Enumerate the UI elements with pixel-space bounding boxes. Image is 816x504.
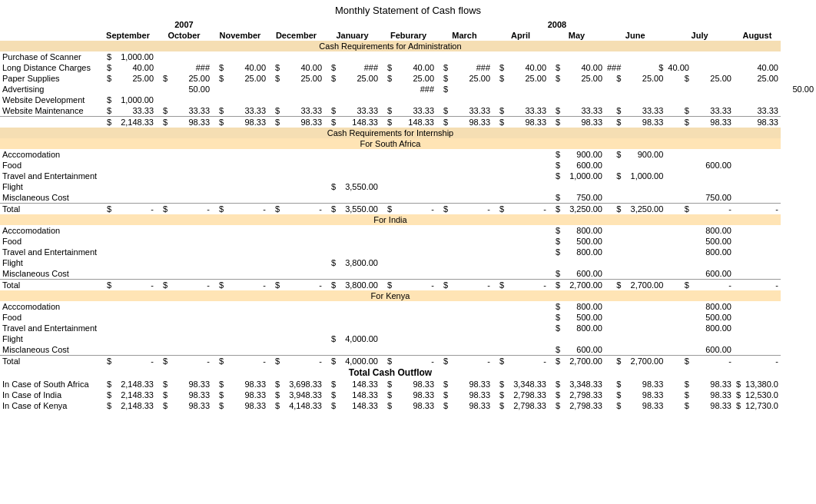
year-2008-header: 2008	[380, 19, 734, 30]
sa-flight-label: Flight	[0, 181, 100, 192]
kenya-header: For Kenya	[0, 290, 816, 301]
month-jul: July	[665, 30, 734, 41]
table-row: Flight $ 3,550.00	[0, 181, 816, 192]
advertising-label: Advertising	[0, 84, 100, 94]
table-row: Acccomodation $ 900.00 $ 900.00	[0, 149, 816, 160]
month-jun: June	[605, 30, 665, 41]
table-row: Food $ 500.00 500.00	[0, 312, 816, 323]
table-row: Flight $ 4,000.00	[0, 333, 816, 344]
incase-india-label: In Case of India	[0, 390, 100, 400]
paper-supplies-label: Paper Supplies	[0, 73, 100, 84]
incase-sa-label: In Case of South Africa	[0, 379, 100, 390]
table-row: Acccomodation $ 800.00 800.00	[0, 301, 816, 312]
table-row: Advertising 50.00 ### $ 50.00	[0, 84, 816, 94]
kenya-misc-label: Misclaneous Cost	[0, 344, 100, 356]
table-row: Flight $ 3,800.00	[0, 257, 816, 268]
kenya-accomodation-label: Acccomodation	[0, 301, 100, 312]
table-row: Acccomodation $ 800.00 800.00	[0, 225, 816, 236]
india-flight-label: Flight	[0, 257, 100, 268]
year-2007-header: 2007	[100, 19, 268, 30]
sa-misc-label: Misclaneous Cost	[0, 192, 100, 204]
month-sep: September	[100, 30, 156, 41]
table-row: Travel and Entertainment $ 1,000.00 $ 1,…	[0, 171, 816, 181]
total-outflow-header: Total Cash Outflow	[0, 366, 816, 379]
table-row: Misclaneous Cost $ 600.00 600.00	[0, 344, 816, 356]
website-dev-label: Website Development	[0, 94, 100, 105]
month-feb: Feburary	[380, 30, 436, 41]
table-row: Misclaneous Cost $ 600.00 600.00	[0, 268, 816, 280]
incase-kenya-label: In Case of Kenya	[0, 400, 100, 411]
india-header: For India	[0, 214, 816, 225]
month-aug: August	[734, 30, 781, 41]
website-maint-label: Website Maintenance	[0, 105, 100, 117]
table-row: Travel and Entertainment $ 800.00 800.00	[0, 247, 816, 257]
long-distance-label: Long Distance Charges	[0, 62, 100, 73]
sa-total-row: Total $ - $ - $ - $ - $ 3,550.00 $ - $ -…	[0, 204, 816, 215]
india-accomodation-label: Acccomodation	[0, 225, 100, 236]
month-apr: April	[493, 30, 549, 41]
table-row: Website Development $ 1,000.00	[0, 94, 816, 105]
outflow-india-row: In Case of India $ 2,148.33 $ 98.33 $ 98…	[0, 390, 816, 400]
india-total-row: Total $ - $ - $ - $ - $ 3,800.00 $ - $ -…	[0, 280, 816, 291]
month-jan: January	[324, 30, 380, 41]
month-dec: December	[268, 30, 324, 41]
table-row: Travel and Entertainment $ 800.00 800.00	[0, 323, 816, 333]
kenya-flight-label: Flight	[0, 333, 100, 344]
sa-travel-label: Travel and Entertainment	[0, 171, 100, 181]
table-row: Long Distance Charges $ 40.00 ### $ 40.0…	[0, 62, 816, 73]
month-may: May	[549, 30, 605, 41]
table-row: Purchase of Scanner $ 1,000.00	[0, 51, 816, 62]
kenya-total-row: Total $ - $ - $ - $ - $ 4,000.00 $ - $ -…	[0, 356, 816, 367]
month-mar: March	[436, 30, 493, 41]
outflow-sa-row: In Case of South Africa $ 2,148.33 $ 98.…	[0, 379, 816, 390]
page-title: Monthly Statement of Cash flows	[0, 0, 816, 19]
month-nov: November	[212, 30, 268, 41]
table-row: Food $ 500.00 500.00	[0, 236, 816, 247]
table-row: Paper Supplies $ 25.00 $ 25.00 $ 25.00 $…	[0, 73, 816, 84]
kenya-travel-label: Travel and Entertainment	[0, 323, 100, 333]
sa-accomodation-label: Acccomodation	[0, 149, 100, 160]
internship-section-header: Cash Requirements for Internship	[0, 128, 816, 138]
sa-food-label: Food	[0, 160, 100, 171]
table-row: Website Maintenance $ 33.33 $ 33.33 $ 33…	[0, 105, 816, 117]
kenya-food-label: Food	[0, 312, 100, 323]
purchase-scanner-label: Purchase of Scanner	[0, 51, 100, 62]
table-row: Misclaneous Cost $ 750.00 750.00	[0, 192, 816, 204]
south-africa-header: For South Africa	[0, 138, 816, 149]
admin-total-row: $ 2,148.33 $ 98.33 $ 98.33 $ 98.33 $ 148…	[0, 117, 816, 128]
table-row: Food $ 600.00 600.00	[0, 160, 816, 171]
india-travel-label: Travel and Entertainment	[0, 247, 100, 257]
month-oct: October	[156, 30, 212, 41]
admin-section-header: Cash Requirements for Administration	[0, 41, 816, 51]
outflow-kenya-row: In Case of Kenya $ 2,148.33 $ 98.33 $ 98…	[0, 400, 816, 411]
india-misc-label: Misclaneous Cost	[0, 268, 100, 280]
india-food-label: Food	[0, 236, 100, 247]
